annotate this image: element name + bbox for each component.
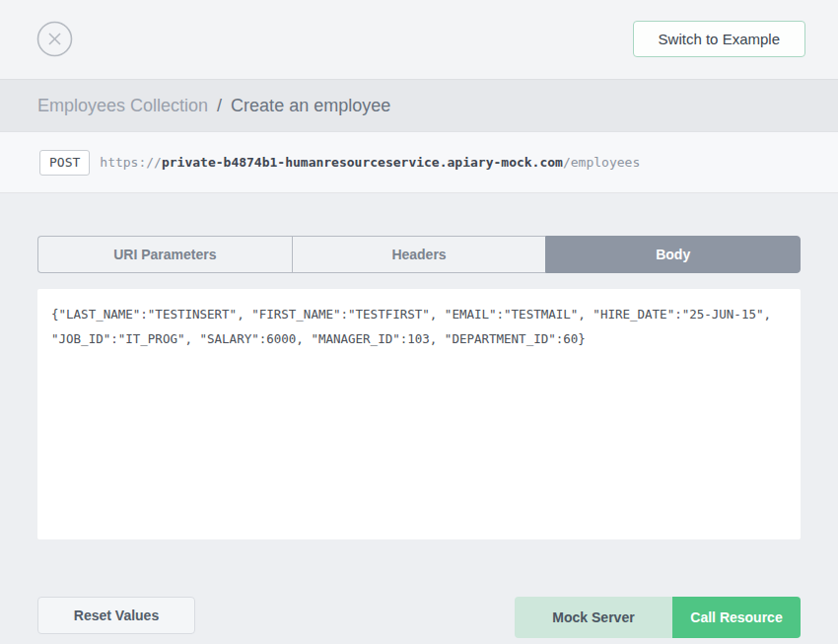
call-resource-button[interactable]: Call Resource bbox=[672, 597, 801, 638]
method-badge: POST bbox=[39, 150, 90, 176]
tab-headers[interactable]: Headers bbox=[292, 236, 546, 273]
tab-body[interactable]: Body bbox=[545, 236, 801, 273]
breadcrumb-separator: / bbox=[217, 96, 222, 116]
call-button-group: Mock Server Call Resource bbox=[515, 597, 801, 638]
breadcrumb-parent[interactable]: Employees Collection bbox=[37, 96, 208, 116]
close-button[interactable] bbox=[36, 21, 73, 57]
mock-server-button[interactable]: Mock Server bbox=[515, 597, 672, 638]
body-editor[interactable]: {"LAST_NAME":"TESTINSERT", "FIRST_NAME":… bbox=[37, 289, 801, 539]
footer-actions: Reset Values Mock Server Call Resource bbox=[37, 597, 801, 638]
switch-to-example-button[interactable]: Switch to Example bbox=[633, 21, 805, 57]
request-url-path: /employees bbox=[563, 155, 640, 170]
request-url: https://private-b4874b1-humanresourceser… bbox=[100, 155, 640, 170]
request-url-domain: private-b4874b1-humanresourceservice.api… bbox=[162, 155, 563, 170]
tab-bar: URI Parameters Headers Body bbox=[37, 236, 801, 273]
request-editor-panel: URI Parameters Headers Body {"LAST_NAME"… bbox=[0, 193, 838, 638]
request-url-prefix: https:// bbox=[100, 155, 162, 170]
top-bar: Switch to Example bbox=[0, 0, 838, 80]
close-icon bbox=[36, 45, 73, 60]
request-url-bar: POST https://private-b4874b1-humanresour… bbox=[0, 132, 838, 193]
breadcrumb: Employees Collection / Create an employe… bbox=[0, 80, 838, 132]
tab-uri-parameters[interactable]: URI Parameters bbox=[37, 236, 292, 273]
breadcrumb-current: Create an employee bbox=[231, 96, 390, 116]
reset-values-button[interactable]: Reset Values bbox=[37, 597, 195, 634]
